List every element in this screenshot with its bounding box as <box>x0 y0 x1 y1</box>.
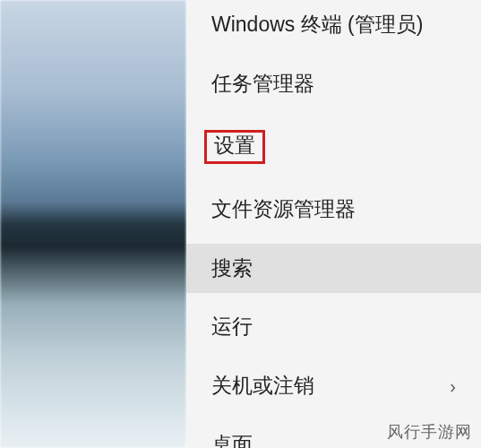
menu-label: 关机或注销 <box>211 373 314 400</box>
menu-item-shutdown-signout[interactable]: 关机或注销 › <box>186 361 481 411</box>
menu-label: 设置 <box>214 134 255 157</box>
menu-item-settings[interactable]: 设置 <box>186 118 481 176</box>
highlight-annotation: 设置 <box>204 130 265 164</box>
chevron-right-icon: › <box>450 375 456 398</box>
watermark: 风行手游网 <box>387 421 472 443</box>
menu-label: 运行 <box>211 314 253 340</box>
menu-item-search[interactable]: 搜索 <box>186 244 481 294</box>
menu-item-task-manager[interactable]: 任务管理器 <box>186 59 481 109</box>
menu-label: 搜索 <box>211 255 253 282</box>
menu-label: 任务管理器 <box>211 71 314 98</box>
menu-label: 桌面 <box>211 432 253 448</box>
menu-label: 文件资源管理器 <box>211 196 356 223</box>
menu-item-windows-terminal-admin[interactable]: Windows 终端 (管理员) <box>186 0 481 50</box>
desktop-wallpaper <box>0 0 186 448</box>
menu-item-run[interactable]: 运行 <box>186 302 481 352</box>
winx-context-menu: Windows 终端 (管理员) 任务管理器 设置 文件资源管理器 搜索 运行 … <box>186 0 481 448</box>
menu-item-file-explorer[interactable]: 文件资源管理器 <box>186 185 481 235</box>
menu-label: Windows 终端 (管理员) <box>211 12 423 39</box>
